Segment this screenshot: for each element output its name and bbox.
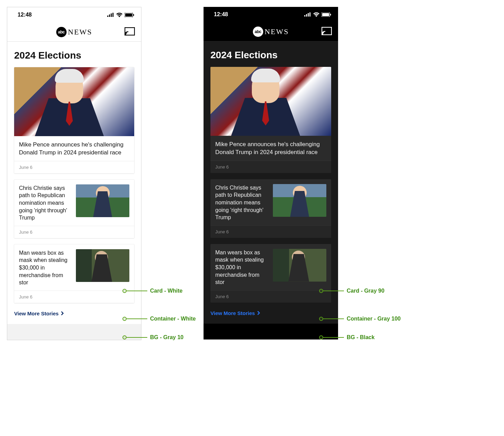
abc-news-logo[interactable]: abc NEWS xyxy=(253,27,289,37)
section-container: 2024 Elections Mike Pence announces he's… xyxy=(204,41,338,324)
annotation-label: Container - Gray 100 xyxy=(347,316,401,322)
section-title: 2024 Elections xyxy=(14,50,134,61)
svg-rect-1 xyxy=(109,14,110,17)
story-card[interactable]: Chris Christie says path to Republican n… xyxy=(14,180,134,238)
svg-rect-11 xyxy=(308,13,309,17)
svg-rect-5 xyxy=(125,13,132,17)
story-card[interactable]: Chris Christie says path to Republican n… xyxy=(210,179,331,238)
svg-rect-0 xyxy=(107,16,108,17)
svg-rect-16 xyxy=(322,27,332,35)
svg-rect-9 xyxy=(304,15,305,17)
story-headline: Chris Christie says path to Republican n… xyxy=(215,184,268,221)
annotation-label: Card - White xyxy=(150,288,182,294)
hero-image xyxy=(14,67,134,136)
story-card[interactable]: Man wears box as mask when stealing $30,… xyxy=(210,244,331,303)
svg-point-17 xyxy=(322,34,323,35)
cast-button[interactable] xyxy=(125,27,135,37)
cast-button[interactable] xyxy=(322,27,332,37)
annotation-label: BG - Black xyxy=(347,334,375,341)
story-date: June 6 xyxy=(14,226,134,238)
story-card-hero[interactable]: Mike Pence announces he's challenging Do… xyxy=(210,67,331,173)
story-headline: Man wears box as mask when stealing $30,… xyxy=(215,249,268,286)
view-more-link[interactable]: View More Stories xyxy=(14,309,134,318)
annotation-label: Container - White xyxy=(150,316,196,322)
chevron-right-icon xyxy=(61,311,64,315)
wifi-icon xyxy=(313,12,319,17)
cast-icon xyxy=(125,27,135,36)
story-date: June 6 xyxy=(210,225,331,238)
section-container: 2024 Elections Mike Pence announces he's… xyxy=(7,42,141,324)
cellular-icon xyxy=(304,12,311,17)
chevron-right-icon xyxy=(257,311,260,315)
app-header: abc NEWS xyxy=(204,22,338,41)
story-date: June 6 xyxy=(210,290,331,303)
story-headline: Mike Pence announces he's challenging Do… xyxy=(215,141,326,156)
view-more-label: View More Stories xyxy=(14,311,59,316)
svg-rect-2 xyxy=(111,13,112,17)
background-strip xyxy=(204,324,338,339)
svg-rect-3 xyxy=(112,13,113,17)
phone-light-mockup: 12:48 abc NEWS 2024 Elections Mike Pence… xyxy=(7,7,141,340)
story-card[interactable]: Man wears box as mask when stealing $30,… xyxy=(14,244,134,303)
svg-rect-7 xyxy=(125,28,135,35)
status-time: 12:48 xyxy=(18,12,32,18)
cellular-icon xyxy=(107,13,114,17)
story-thumbnail xyxy=(76,184,129,217)
status-time: 12:48 xyxy=(214,11,228,18)
story-date: June 6 xyxy=(14,161,134,173)
svg-rect-10 xyxy=(306,14,307,17)
story-thumbnail xyxy=(273,184,326,217)
annotation-label: Card - Gray 90 xyxy=(347,288,384,294)
status-icons xyxy=(107,13,134,17)
logo-text: NEWS xyxy=(265,27,289,36)
battery-icon xyxy=(322,12,331,17)
story-thumbnail xyxy=(76,249,129,282)
view-more-label: View More Stories xyxy=(210,310,255,316)
app-header: abc NEWS xyxy=(7,22,141,42)
story-thumbnail xyxy=(273,249,326,282)
battery-icon xyxy=(125,13,134,17)
svg-rect-15 xyxy=(330,14,331,16)
story-headline: Chris Christie says path to Republican n… xyxy=(19,184,71,222)
logo-circle: abc xyxy=(56,27,67,37)
logo-text: NEWS xyxy=(68,28,92,37)
logo-circle: abc xyxy=(253,27,263,37)
svg-rect-12 xyxy=(309,12,310,17)
story-headline: Man wears box as mask when stealing $30,… xyxy=(19,249,71,286)
annotation-label: BG - Gray 10 xyxy=(150,334,184,341)
abc-news-logo[interactable]: abc NEWS xyxy=(56,27,92,37)
status-icons xyxy=(304,12,331,17)
status-bar: 12:48 xyxy=(7,7,141,22)
cast-icon xyxy=(322,27,332,35)
story-card-hero[interactable]: Mike Pence announces he's challenging Do… xyxy=(14,67,134,173)
svg-rect-6 xyxy=(133,14,134,16)
section-title: 2024 Elections xyxy=(210,50,331,61)
hero-image xyxy=(210,67,331,136)
status-bar: 12:48 xyxy=(204,7,338,22)
wifi-icon xyxy=(116,13,122,17)
background-strip xyxy=(7,324,141,340)
svg-rect-14 xyxy=(322,13,329,16)
phone-dark-mockup: 12:48 abc NEWS 2024 Elections Mike Pence… xyxy=(204,7,338,339)
story-date: June 6 xyxy=(14,291,134,303)
story-date: June 6 xyxy=(210,161,331,173)
view-more-link[interactable]: View More Stories xyxy=(210,309,331,318)
svg-point-8 xyxy=(125,34,126,35)
story-headline: Mike Pence announces he's challenging Do… xyxy=(19,141,129,157)
